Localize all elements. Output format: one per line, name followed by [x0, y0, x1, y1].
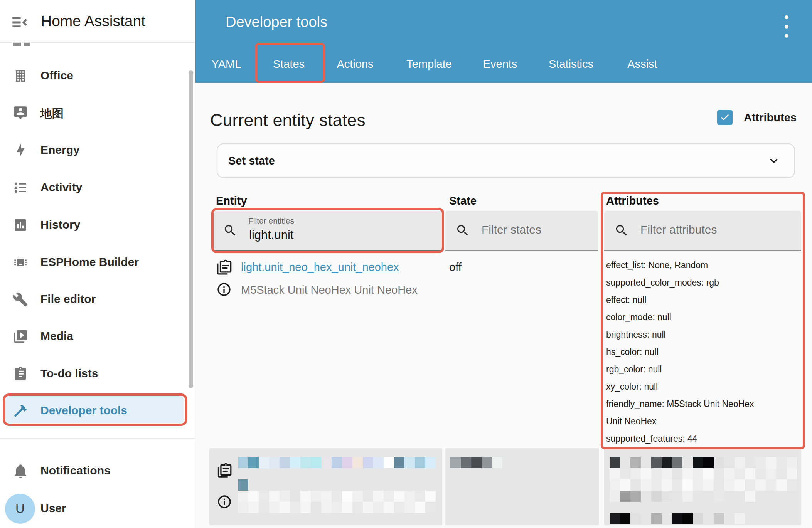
- attribute-line: Unit NeoHex: [606, 413, 801, 430]
- clipboard-list-icon: [13, 366, 28, 382]
- copy-entity-id-icon[interactable]: [216, 462, 232, 479]
- chevron-down-icon: [767, 155, 781, 166]
- set-state-expander[interactable]: Set state: [217, 143, 795, 178]
- tab-events[interactable]: Events: [483, 58, 517, 71]
- wrench-icon: [13, 292, 28, 307]
- tab-states[interactable]: States: [273, 58, 305, 71]
- filter-attributes-field: [604, 211, 801, 251]
- filter-entities-input[interactable]: [248, 228, 431, 242]
- sidebar-item-map[interactable]: 地图: [0, 94, 195, 131]
- avatar: U: [5, 494, 35, 524]
- sidebar-item-todo-lists[interactable]: To-do lists: [0, 355, 195, 392]
- attribute-line: brightness: null: [606, 326, 801, 343]
- partial-item-icon: [13, 43, 21, 46]
- map-account-icon: [13, 105, 28, 121]
- tab-statistics[interactable]: Statistics: [549, 58, 593, 71]
- attributes-checkbox[interactable]: [717, 110, 733, 125]
- search-icon: [455, 223, 470, 238]
- entity-friendly-name: M5Stack Unit NeoHex Unit NeoHex: [241, 284, 418, 296]
- attribute-line: effect: null: [606, 291, 801, 309]
- tab-actions[interactable]: Actions: [337, 58, 373, 71]
- entity-state-value: off: [449, 261, 462, 274]
- page-heading: Current entity states: [210, 110, 366, 130]
- bell-icon: [13, 463, 28, 479]
- copy-entity-id-icon[interactable]: [215, 259, 232, 276]
- home-assistant-app: Home Assistant Office 地图 Energy Activity…: [0, 0, 812, 528]
- sidebar-divider: [0, 438, 195, 439]
- sidebar-scrollbar[interactable]: [189, 70, 193, 388]
- entity-attributes-list: effect_list: None, Random supported_colo…: [606, 257, 801, 447]
- filter-entities-field: Filter entities: [213, 211, 443, 251]
- check-icon: [718, 111, 731, 124]
- entity-info-icon[interactable]: [216, 282, 232, 297]
- column-header-state: State: [449, 195, 477, 207]
- entity-info-icon[interactable]: [217, 494, 232, 510]
- sidebar-item-history[interactable]: History: [0, 207, 195, 244]
- partial-item-icon: [24, 43, 30, 46]
- sidebar-header: Home Assistant: [0, 0, 195, 43]
- office-building-icon: [13, 68, 28, 84]
- sidebar-item-office[interactable]: Office: [0, 57, 195, 94]
- list-bulleted-icon: [13, 180, 28, 195]
- play-box-icon: [13, 329, 28, 344]
- filter-states-field: [445, 211, 598, 251]
- sidebar-item-user[interactable]: U User: [0, 490, 195, 527]
- more-options-icon[interactable]: [783, 15, 790, 41]
- column-header-attributes: Attributes: [606, 195, 659, 207]
- entity-id-link[interactable]: light.unit_neo_hex_unit_neohex: [241, 261, 399, 274]
- sidebar-item-energy[interactable]: Energy: [0, 132, 195, 169]
- tab-assist[interactable]: Assist: [627, 58, 657, 71]
- tab-template[interactable]: Template: [406, 58, 452, 71]
- sidebar-item-esphome-builder[interactable]: ESPHome Builder: [0, 244, 195, 281]
- filter-entities-label: Filter entities: [248, 216, 294, 225]
- attribute-line: hs_color: null: [606, 343, 801, 361]
- sidebar: Home Assistant Office 地图 Energy Activity…: [0, 0, 195, 528]
- page-header: Developer tools YAML States Actions Temp…: [195, 0, 812, 83]
- attributes-checkbox-label: Attributes: [744, 111, 797, 124]
- search-icon: [614, 223, 629, 238]
- lightning-bolt-icon: [13, 143, 28, 158]
- chart-box-icon: [13, 217, 28, 233]
- attribute-line: xy_color: null: [606, 378, 801, 395]
- attribute-line: supported_features: 44: [606, 430, 801, 447]
- page-title: Developer tools: [226, 14, 327, 30]
- app-title: Home Assistant: [41, 13, 145, 30]
- tab-yaml[interactable]: YAML: [212, 58, 241, 71]
- attribute-line: color_mode: null: [606, 309, 801, 326]
- sidebar-item-media[interactable]: Media: [0, 318, 195, 355]
- sidebar-item-notifications[interactable]: Notifications: [0, 452, 195, 489]
- column-header-entity: Entity: [216, 195, 247, 207]
- sidebar-item-activity[interactable]: Activity: [0, 169, 195, 206]
- hammer-icon: [13, 403, 28, 419]
- set-state-label: Set state: [228, 155, 275, 167]
- search-icon: [223, 223, 238, 238]
- attribute-line: effect_list: None, Random: [606, 257, 801, 274]
- attribute-line: rgb_color: null: [606, 361, 801, 378]
- sidebar-item-file-editor[interactable]: File editor: [0, 281, 195, 318]
- attribute-line: friendly_name: M5Stack Unit NeoHex: [606, 395, 801, 413]
- sidebar-item-developer-tools[interactable]: Developer tools: [0, 392, 195, 429]
- menu-toggle-icon[interactable]: [12, 15, 29, 29]
- chip-icon: [13, 255, 28, 270]
- filter-states-input[interactable]: [481, 223, 586, 237]
- filter-attributes-input[interactable]: [640, 223, 745, 237]
- attribute-line: supported_color_modes: rgb: [606, 274, 801, 291]
